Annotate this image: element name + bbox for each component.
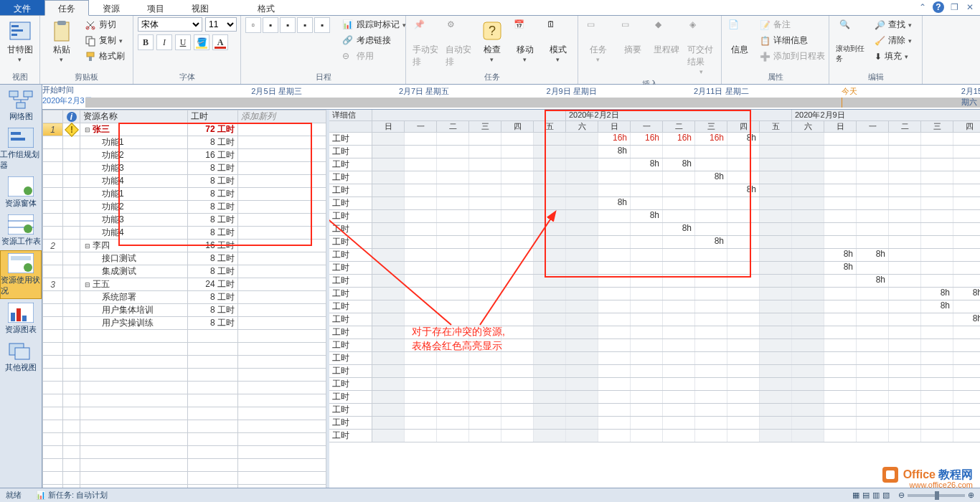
milestone-button[interactable]: ◆里程碑 — [651, 17, 683, 58]
indent-0-button[interactable]: ▫ — [245, 17, 261, 33]
gantt-button[interactable]: 甘特图▾ — [4, 17, 35, 65]
timephased-row[interactable]: 工时8h — [329, 236, 980, 249]
table-row[interactable]: 集成测试8 工时 — [43, 265, 326, 278]
fill-color-button[interactable]: 🪣 — [194, 34, 209, 50]
notes-button[interactable]: 📝备注 — [756, 17, 829, 32]
cut-button[interactable]: 剪切 — [81, 17, 128, 32]
font-name-select[interactable]: 宋体 — [138, 17, 202, 32]
deactivate-button[interactable]: ⊖停用 — [339, 49, 410, 64]
timephased-row[interactable]: 工时8h — [329, 300, 980, 313]
timephased-row[interactable]: 工时 — [329, 378, 980, 391]
view-shortcut-3[interactable]: ▥ — [872, 491, 880, 500]
timephased-row[interactable]: 工时8h — [329, 146, 980, 158]
inspect-button[interactable]: ?检查▾ — [476, 17, 507, 65]
timephased-row[interactable]: 工时8h8h — [329, 158, 980, 171]
table-row[interactable]: 功能38 工时 — [43, 214, 326, 227]
view-resource-form[interactable]: 资源窗体 — [0, 174, 42, 211]
find-button[interactable]: 🔎查找▾ — [871, 17, 915, 32]
summary-button[interactable]: ▭摘要 — [617, 17, 649, 58]
timephased-row[interactable]: 工时 — [329, 430, 980, 442]
col-add-new[interactable]: 添加新列 — [238, 110, 326, 123]
right-timephased-pane[interactable]: 详细信2020年2月2日2020年2月9日 日一二三四五六日一二三四五六日一二三… — [329, 110, 980, 502]
tab-resource[interactable]: 资源 — [89, 0, 133, 15]
details-button[interactable]: 📋详细信息 — [756, 33, 829, 48]
table-row[interactable]: 功能18 工时 — [43, 136, 326, 149]
table-row[interactable]: 3⊟ 王五24 工时 — [43, 278, 326, 291]
table-row[interactable]: 功能48 工时 — [43, 175, 326, 188]
timephased-row[interactable]: 工时8h — [329, 262, 980, 275]
tab-project[interactable]: 项目 — [133, 0, 178, 15]
timeline[interactable]: 开始时间2020年2月3日 完成时间2020年2月14日 2月5日 星期三2月7… — [42, 85, 980, 110]
timephased-row[interactable]: 工时 — [329, 404, 980, 417]
timephased-row[interactable]: 工时16h16h16h16h8h — [329, 133, 980, 146]
view-resource-graph[interactable]: 资源图表 — [0, 300, 42, 337]
view-shortcut-2[interactable]: ▤ — [862, 491, 870, 500]
auto-schedule-button[interactable]: ⚙自动安排 — [443, 17, 473, 70]
view-shortcut-4[interactable]: ▧ — [882, 491, 890, 500]
scroll-to-task-button[interactable]: 🔍滚动到任务 — [834, 17, 868, 66]
table-row[interactable]: 功能28 工时 — [43, 201, 326, 214]
restore-icon[interactable]: ❐ — [948, 1, 960, 13]
mode-button[interactable]: 🗓模式▾ — [543, 17, 573, 65]
table-row[interactable]: 功能38 工时 — [43, 162, 326, 175]
view-resource-sheet[interactable]: 资源工作表 — [0, 212, 42, 249]
help-icon[interactable]: ? — [933, 1, 944, 13]
copy-button[interactable]: 复制▾ — [81, 33, 128, 48]
fill-button[interactable]: ⬇填充▾ — [871, 49, 915, 64]
zoom-slider[interactable] — [908, 494, 965, 497]
timephased-row[interactable]: 工时8h — [329, 210, 980, 223]
table-row[interactable]: 功能18 工时 — [43, 188, 326, 201]
clear-button[interactable]: 🧹清除▾ — [871, 33, 915, 48]
zoom-out[interactable]: ⊖ — [898, 491, 905, 500]
italic-button[interactable]: I — [156, 34, 172, 50]
col-resource-name[interactable]: 资源名称 — [80, 110, 188, 123]
indent-25-button[interactable]: ▪ — [263, 17, 278, 33]
manual-schedule-button[interactable]: 📌手动安排 — [410, 17, 440, 70]
move-button[interactable]: 📅移动▾ — [510, 17, 540, 65]
underline-button[interactable]: U — [175, 34, 191, 50]
respect-links-button[interactable]: 🔗考虑链接 — [339, 33, 410, 48]
timephased-row[interactable]: 工时8h — [329, 197, 980, 210]
table-row[interactable]: 系统部署8 工时 — [43, 291, 326, 304]
col-work[interactable]: 工时 — [188, 110, 238, 123]
table-row[interactable]: 2⊟ 李四16 工时 — [43, 240, 326, 252]
timephased-row[interactable]: 工时8h8h — [329, 249, 980, 262]
tab-view[interactable]: 视图 — [178, 0, 222, 15]
timephased-row[interactable]: 工时 — [329, 391, 980, 404]
indent-100-button[interactable]: ▪ — [314, 17, 330, 33]
font-size-select[interactable]: 11 — [205, 17, 237, 32]
add-timeline-button[interactable]: ➕添加到日程表 — [756, 49, 829, 64]
timephased-row[interactable]: 工时8h — [329, 171, 980, 184]
timephased-row[interactable]: 工时8h8h8h — [329, 288, 980, 300]
indent-75-button[interactable]: ▪ — [297, 17, 313, 33]
tab-format[interactable]: 格式 — [244, 0, 288, 15]
col-indicator[interactable]: i — [63, 110, 80, 123]
table-row[interactable]: 用户集体培训8 工时 — [43, 304, 326, 317]
view-network[interactable]: 网络图 — [0, 87, 42, 124]
ribbon-minimize-icon[interactable]: ⌃ — [917, 1, 928, 13]
tab-task[interactable]: 任务 — [44, 0, 89, 16]
table-row[interactable]: 功能48 工时 — [43, 227, 326, 240]
view-team-planner[interactable]: 工作组规划器 — [0, 126, 42, 173]
timephased-row[interactable]: 工时8h — [329, 275, 980, 288]
paste-button[interactable]: 粘贴▾ — [44, 17, 78, 65]
table-row[interactable]: 功能216 工时 — [43, 149, 326, 162]
view-other[interactable]: 其他视图 — [0, 338, 42, 375]
indent-50-button[interactable]: ▪ — [280, 17, 296, 33]
tab-file[interactable]: 文件 — [0, 0, 44, 15]
zoom-in[interactable]: ⊕ — [968, 491, 974, 500]
timephased-row[interactable]: 工时 — [329, 365, 980, 378]
close-icon[interactable]: ✕ — [964, 1, 976, 13]
timephased-row[interactable]: 工时8h — [329, 184, 980, 197]
resource-grid[interactable]: i 资源名称 工时 添加新列 1!⊟ 张三72 工时功能18 工时功能216 工… — [42, 110, 326, 502]
deliverable-button[interactable]: ◈可交付结果▾ — [685, 17, 717, 77]
timephased-row[interactable]: 工时 — [329, 352, 980, 365]
table-row[interactable]: 接口测试8 工时 — [43, 252, 326, 265]
timephased-row[interactable]: 工时 — [329, 417, 980, 430]
bold-button[interactable]: B — [138, 34, 154, 50]
table-row[interactable]: 1!⊟ 张三72 工时 — [43, 123, 326, 136]
font-color-button[interactable]: A — [212, 34, 228, 50]
view-shortcut-1[interactable]: ▦ — [852, 491, 859, 500]
information-button[interactable]: 📄信息 — [726, 17, 753, 58]
insert-task-button[interactable]: ▭任务▾ — [583, 17, 614, 65]
